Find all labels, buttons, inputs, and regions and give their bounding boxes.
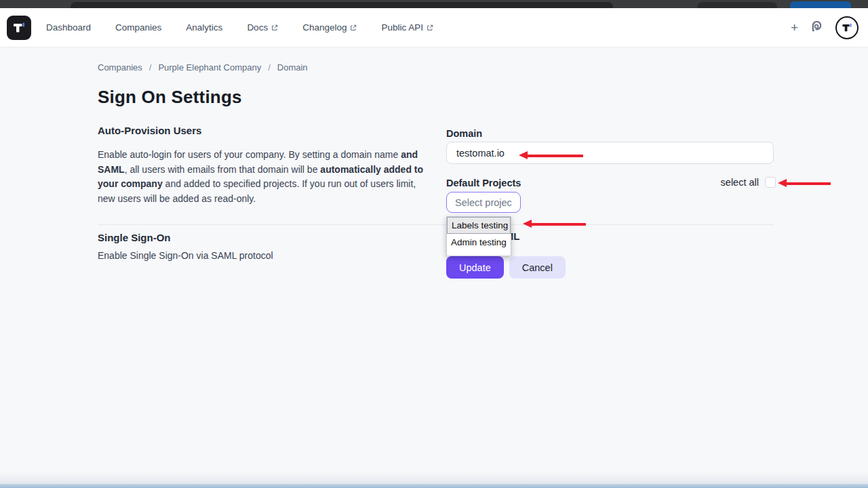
nav-item-public-api[interactable]: Public API [381,22,433,33]
app-logo[interactable] [7,16,31,40]
cancel-button[interactable]: Cancel [509,256,566,279]
nav-item-label: Public API [381,22,423,33]
auto-provision-description: Enable auto-login for users of your comp… [98,148,427,206]
breadcrumb-separator: / [268,62,271,73]
domain-label: Domain [446,128,482,139]
browser-chrome-strip [0,0,868,8]
breadcrumb: Companies / Purple Elephant Company / Do… [98,62,308,73]
bottom-fade [0,472,868,484]
nav-item-label: Companies [115,22,161,33]
navbar-right: + [791,16,859,39]
avatar-t-icon [841,22,853,34]
update-button[interactable]: Update [446,256,504,279]
browser-tab[interactable] [71,2,613,8]
project-select[interactable]: Select projec [446,192,521,213]
nav-item-label: Changelog [302,22,347,33]
project-select-placeholder: Select projec [455,197,512,208]
select-all-row: select all [705,177,776,188]
breadcrumb-separator: / [149,62,152,73]
annotation-arrow-dropdown [523,220,586,228]
desc-text: Enable auto-login for users of your comp… [98,149,401,160]
nav-item-docs[interactable]: Docs [247,22,278,33]
page-title: Sign On Settings [98,87,242,108]
nav-item-label: Docs [247,22,268,33]
breadcrumb-companies[interactable]: Companies [98,62,142,73]
arrow-shaft [526,155,583,157]
search-icon[interactable] [810,21,823,34]
arrow-shaft [530,223,586,226]
nav-item-dashboard[interactable]: Dashboard [46,22,91,33]
browser-toolbar-item[interactable] [697,2,777,8]
external-link-icon [271,24,278,31]
section-divider [98,224,774,225]
arrow-shaft [785,182,831,185]
option-labels-testing[interactable]: Labels testing [447,217,511,234]
annotation-arrow-domain [519,151,583,160]
breadcrumb-company-name[interactable]: Purple Elephant Company [158,62,261,73]
domain-input[interactable] [446,142,774,164]
add-button[interactable]: + [791,21,798,34]
auto-provision-section: Auto-Provision Users Enable auto-login f… [98,125,427,206]
window-bottom-edge [0,484,868,488]
nav-item-analytics[interactable]: Analytics [186,22,222,33]
sso-description: Enable Single Sign-On via SAML protocol [98,250,273,261]
breadcrumb-domain[interactable]: Domain [277,62,308,73]
project-options-dropdown: Labels testing Admin testing [446,216,511,256]
sso-heading: Single Sign-On [98,232,171,243]
form-actions: Update Cancel [446,256,566,279]
user-avatar[interactable] [835,16,859,39]
auto-provision-heading: Auto-Provision Users [98,125,427,136]
annotation-arrow-select-all [778,179,831,188]
top-navbar: Dashboard Companies Analytics Docs Chang… [0,8,868,47]
external-link-icon [350,24,357,31]
nav-item-label: Dashboard [46,22,91,33]
select-all-label: select all [721,177,759,188]
select-all-checkbox[interactable] [765,177,776,188]
nav-item-companies[interactable]: Companies [115,22,161,33]
default-projects-label: Default Projects [446,178,521,188]
logo-t-icon [12,20,26,35]
nav-links: Dashboard Companies Analytics Docs Chang… [46,22,433,33]
external-link-icon [427,24,433,31]
nav-item-label: Analytics [186,22,222,33]
desc-text: , all users with emails from that domain… [125,164,321,175]
nav-item-changelog[interactable]: Changelog [302,22,357,33]
option-admin-testing[interactable]: Admin testing [447,234,511,251]
browser-blue-button[interactable] [790,1,851,8]
